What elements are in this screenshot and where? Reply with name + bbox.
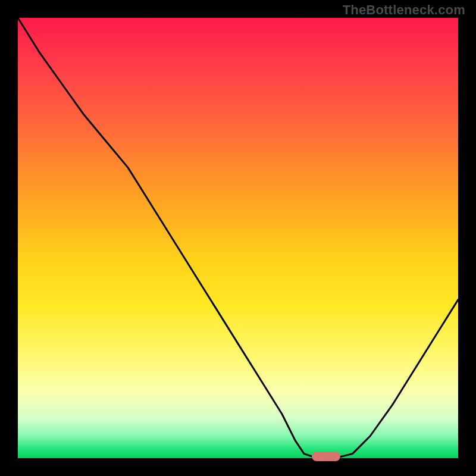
bottleneck-curve bbox=[18, 18, 458, 458]
chart-plot-area bbox=[18, 18, 458, 458]
watermark-text: TheBottleneck.com bbox=[343, 2, 465, 18]
chart-frame: TheBottleneck.com bbox=[0, 0, 476, 476]
optimal-marker bbox=[312, 452, 340, 461]
